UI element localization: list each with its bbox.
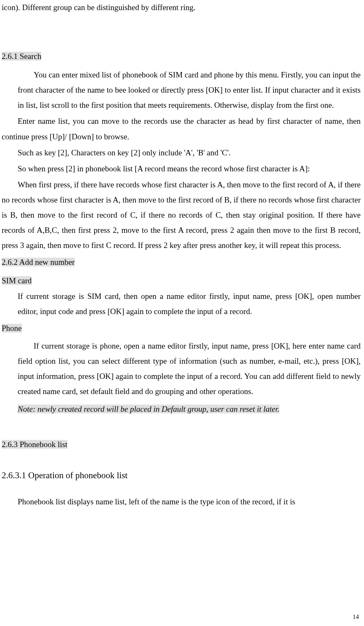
phone-label-text: Phone	[2, 324, 22, 333]
phone-label: Phone	[2, 321, 361, 336]
s261-p3: Such as key [2], Characters on key [2] o…	[2, 145, 361, 160]
page-number: 14	[353, 611, 359, 623]
s261-p5: When first press, if there have records …	[2, 177, 361, 253]
sim-card-label-text: SIM card	[2, 276, 32, 285]
page-container: icon). Different group can be distinguis…	[0, 0, 364, 626]
s261-p2: Enter name list, you can move to the rec…	[2, 114, 361, 144]
section-2-6-2-heading-text: 2.6.2 Add new number	[2, 258, 75, 266]
s261-p1: You can enter mixed list of phonebook of…	[18, 67, 361, 113]
section-2-6-1-heading: 2.6.1 Search	[2, 49, 361, 64]
note-line: Note: newly created record will be place…	[18, 402, 361, 417]
s261-p2-text: Enter name list, you can move to the rec…	[2, 114, 361, 144]
sim-card-label: SIM card	[2, 273, 361, 288]
section-2-6-3-heading: 2.6.3 Phonebook list	[2, 437, 361, 452]
s263-p1: Phonebook list displays name list, left …	[2, 494, 361, 509]
section-2-6-2-heading: 2.6.2 Add new number	[2, 255, 361, 270]
top-fragment-text: icon). Different group can be distinguis…	[2, 0, 361, 15]
section-2-6-3-1-heading: 2.6.3.1 Operation of phonebook list	[2, 467, 361, 484]
section-2-6-3-heading-text: 2.6.3 Phonebook list	[2, 440, 67, 449]
s261-p4: So when press [2] in phonebook list [A r…	[2, 161, 361, 176]
sim-card-paragraph: If current storage is SIM card, then ope…	[18, 289, 361, 319]
section-2-6-1-heading-text: 2.6.1 Search	[2, 52, 41, 61]
note-text: Note: newly created record will be place…	[18, 405, 279, 413]
spacer-large	[2, 417, 361, 429]
phone-paragraph-real: If current storage is phone, open a name…	[18, 338, 361, 399]
